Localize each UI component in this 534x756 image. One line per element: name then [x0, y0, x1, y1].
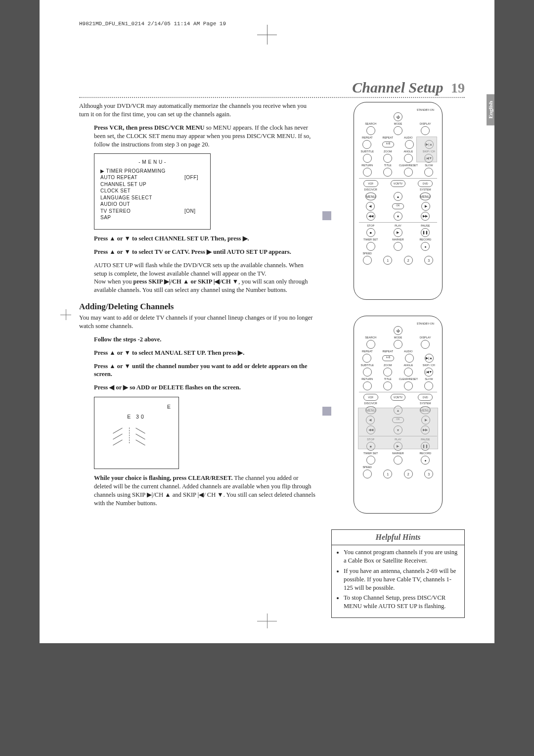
step-2: Press ▲ or ▼ to select CHANNEL SET UP. T…: [94, 235, 317, 243]
menu-title: - M E N U -: [100, 159, 204, 166]
crop-mark-bottom-icon: [257, 614, 277, 628]
nav-down-icon: ▼: [394, 212, 402, 221]
rewind-icon: ◀◀: [366, 425, 375, 434]
chbox-line1: E: [99, 403, 174, 410]
title-icon: [383, 381, 392, 390]
record-icon: ●: [421, 242, 430, 251]
menu-row: TV STEREO[ON]: [100, 208, 204, 215]
zoom-icon: [383, 154, 392, 163]
chbox-line2: E 30: [99, 413, 174, 420]
title-icon: [383, 168, 392, 177]
skip-next-icon: ▶|▲: [425, 354, 434, 363]
marker-icon: [394, 242, 402, 251]
return-icon: [363, 168, 372, 177]
num-3-button: 3: [424, 470, 433, 478]
page-number: 19: [451, 80, 465, 95]
num-2-button: 2: [404, 470, 413, 478]
chapter-title-text: Channel Setup: [352, 79, 443, 95]
menu-row: ▶ TIMER PROGRAMMING: [100, 168, 204, 175]
ab-repeat-icon: A-B: [382, 355, 394, 361]
speed-icon: [363, 256, 372, 265]
astep-2: Press ▲ or ▼ to select MANUAL SET UP. Th…: [94, 349, 317, 357]
return-icon: [363, 381, 372, 390]
hint-item: You cannot program channels if you are u…: [344, 548, 459, 565]
remote-figure-1: STANDBY-ON ⏻ SEARCHMODEDISPLAY REPEATREP…: [354, 102, 443, 300]
content-columns: Although your DVD/VCR may automatically …: [79, 102, 465, 618]
onscreen-menu-figure: - M E N U - ▶ TIMER PROGRAMMING AUTO REP…: [94, 153, 211, 230]
manual-page: H9821MD_DFU_EN1_0214 2/14/05 11:14 AM Pa…: [40, 0, 494, 643]
crop-mark-top-icon: [257, 25, 277, 45]
ok-button: OK: [392, 203, 404, 209]
intro-paragraph: Although your DVD/VCR may automatically …: [79, 102, 317, 119]
helpful-hints-box: Helpful Hints You cannot program channel…: [331, 529, 465, 618]
astep-5-lead: While your choice is flashing, press CLE…: [94, 474, 233, 481]
stop-icon: ■: [366, 228, 375, 237]
astep-4: Press ◀ or ▶ so ADD or DELETE flashes on…: [94, 383, 317, 392]
crop-mark-left-icon: [60, 309, 71, 320]
step-marker-icon: [322, 407, 331, 416]
vcr-button: VCR: [363, 394, 378, 401]
print-header-meta: H9821MD_DFU_EN1_0214 2/14/05 11:14 AM Pa…: [79, 21, 226, 27]
hint-item: If you have an antenna, channels 2-69 wi…: [344, 567, 459, 592]
mode-icon: [394, 340, 402, 349]
skip-prev-icon: |◀▼: [424, 154, 433, 163]
astep-3: Press ▲ or ▼ until the channel number yo…: [94, 362, 317, 379]
standby-icon: ⏻: [394, 326, 402, 335]
remote-figure-2: STANDBY-ON ⏻ SEARCHMODEDISPLAY REPEATREP…: [354, 316, 443, 514]
menu-row: LANGUAGE SELECT: [100, 194, 204, 201]
slow-icon: [424, 381, 433, 390]
adding-deleting-heading: Adding/Deleting Channels: [79, 301, 317, 313]
system-menu-button: MENU: [420, 192, 431, 200]
nav-left-icon: ◀: [366, 416, 375, 425]
astep-5: While your choice is flashing, press CLE…: [94, 474, 317, 508]
record-icon: ●: [421, 456, 430, 465]
slow-icon: [424, 168, 433, 177]
menu-row: AUTO REPEAT[OFF]: [100, 174, 204, 181]
right-column: STANDBY-ON ⏻ SEARCHMODEDISPLAY REPEATREP…: [331, 102, 465, 618]
channel-box-figure: E E 30: [94, 397, 179, 469]
search-icon: [366, 126, 375, 135]
menu-row: CLOCK SET: [100, 188, 204, 194]
timer-set-icon: [366, 456, 375, 465]
disc-vcr-menu-button: MENU: [365, 406, 376, 414]
vcr-tv-button: VCR/TV: [391, 394, 405, 401]
rewind-icon: ◀◀: [366, 212, 375, 221]
play-icon: ▶: [394, 228, 402, 237]
nav-left-icon: ◀: [366, 202, 375, 211]
hint-item: To stop Channel Setup, press DISC/VCR ME…: [344, 594, 459, 611]
zoom-icon: [383, 368, 392, 377]
fast-forward-icon: ▶▶: [421, 212, 430, 221]
language-tab: English: [487, 94, 494, 125]
fast-forward-icon: ▶▶: [421, 425, 430, 434]
menu-row: CHANNEL SET UP: [100, 181, 204, 188]
pause-icon: ❚❚: [421, 228, 430, 237]
num-3-button: 3: [424, 256, 433, 265]
nav-right-icon: ▶: [421, 416, 430, 425]
chapter-title: Channel Setup 19: [79, 79, 465, 98]
nav-up-icon: ▲: [394, 406, 402, 415]
left-column: Although your DVD/VCR may automatically …: [79, 102, 317, 618]
speed-icon: [363, 470, 372, 478]
timer-set-icon: [366, 242, 375, 251]
step-1-lead: Press VCR, then press DISC/VCR MENU: [94, 124, 205, 131]
nav-up-icon: ▲: [394, 192, 402, 201]
subtitle-icon: [363, 368, 372, 377]
play-icon: ▶: [394, 442, 402, 451]
dvd-button: DVD: [418, 394, 433, 401]
vcr-button: VCR: [363, 180, 378, 187]
standby-icon: ⏻: [394, 112, 402, 121]
ab-repeat-icon: A-B: [382, 142, 394, 147]
menu-row: AUDIO OUT: [100, 201, 204, 208]
angle-icon: [404, 154, 413, 163]
step-3-followup: AUTO SET UP will flash while the DVD/VCR…: [94, 261, 317, 295]
helpful-hints-title: Helpful Hints: [332, 530, 464, 545]
clear-reset-icon: [404, 381, 413, 390]
marker-icon: [394, 456, 402, 465]
skip-prev-icon: |◀▼: [424, 368, 433, 377]
skip-next-icon: ▶|▲: [425, 140, 434, 149]
disc-vcr-menu-button: MENU: [365, 192, 376, 200]
system-menu-button: MENU: [420, 406, 431, 414]
nav-down-icon: ▼: [394, 425, 402, 434]
mode-icon: [394, 126, 402, 135]
num-1-button: 1: [383, 256, 392, 265]
